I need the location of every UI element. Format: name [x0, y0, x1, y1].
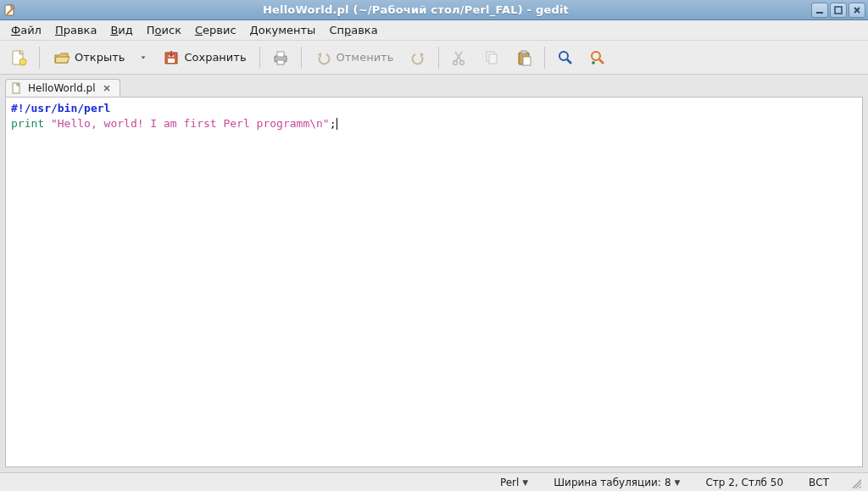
menu-search-mnemonic: о — [155, 24, 162, 36]
print-button[interactable] — [267, 45, 294, 70]
status-tab-width-label: Ширина табуляции: — [554, 477, 661, 488]
app-icon — [3, 3, 17, 17]
save-label: Сохранить — [184, 51, 246, 64]
search-icon — [556, 48, 575, 67]
toolbar-separator — [301, 47, 302, 69]
open-label: Открыть — [75, 51, 125, 64]
undo-button[interactable]: Отменить — [309, 45, 400, 70]
menu-file-mnemonic: Ф — [11, 24, 20, 36]
status-tab-width-selector[interactable]: Ширина табуляции: 8 ▼ — [548, 477, 685, 488]
status-bar: Perl ▼ Ширина табуляции: 8 ▼ Стр 2, Стлб… — [0, 472, 868, 491]
status-cursor-position: Стр 2, Стлб 50 — [700, 477, 788, 488]
redo-button[interactable] — [404, 45, 431, 70]
close-button[interactable] — [849, 3, 865, 18]
title-bar: HelloWorld.pl (~/Рабочий стол/Perl_FAL) … — [0, 0, 868, 20]
maximize-button[interactable] — [830, 3, 847, 18]
cut-button[interactable] — [446, 45, 473, 70]
svg-rect-16 — [523, 57, 531, 65]
copy-button[interactable] — [478, 45, 505, 70]
document-icon — [11, 82, 23, 94]
toolbar-separator — [438, 47, 439, 69]
toolbar-separator — [259, 47, 260, 69]
find-button[interactable] — [552, 45, 579, 70]
chevron-down-icon: ▼ — [522, 478, 528, 487]
code-keyword: print — [11, 117, 44, 130]
svg-rect-9 — [277, 60, 284, 64]
status-tab-width-value: 8 — [665, 477, 671, 488]
open-dropdown-button[interactable] — [136, 45, 151, 70]
svg-point-4 — [19, 59, 26, 65]
menu-documents-mnemonic: Д — [250, 24, 259, 36]
menu-documents[interactable]: Документы — [244, 22, 322, 38]
status-language-selector[interactable]: Perl ▼ — [495, 477, 533, 488]
status-insert-mode: ВСТ — [804, 477, 834, 488]
toolbar-separator — [39, 47, 40, 69]
status-language-label: Perl — [500, 477, 519, 488]
chevron-down-icon — [140, 54, 147, 61]
menu-edit-mnemonic: П — [55, 24, 64, 36]
menu-file[interactable]: Файл — [5, 22, 47, 38]
menu-tools[interactable]: Сервис — [189, 22, 242, 38]
new-file-icon — [9, 48, 28, 67]
save-icon — [162, 48, 181, 67]
text-cursor — [337, 118, 337, 130]
svg-point-11 — [460, 60, 465, 64]
undo-icon — [314, 48, 333, 67]
menu-view-mnemonic: В — [110, 24, 118, 36]
window-title: HelloWorld.pl (~/Рабочий стол/Perl_FAL) … — [20, 3, 811, 16]
editor-container: #!/usr/bin/perl print "Hello, world! I a… — [0, 97, 868, 472]
find-replace-icon — [588, 48, 607, 67]
svg-rect-13 — [489, 54, 497, 64]
text-editor[interactable]: #!/usr/bin/perl print "Hello, world! I a… — [5, 97, 863, 467]
resize-grip[interactable] — [849, 477, 861, 488]
undo-label: Отменить — [337, 51, 394, 64]
paste-button[interactable] — [510, 45, 537, 70]
window-controls — [811, 3, 865, 18]
open-button[interactable]: Открыть — [47, 45, 131, 70]
menu-view[interactable]: Вид — [104, 22, 138, 38]
svg-point-17 — [559, 52, 568, 60]
print-icon — [271, 48, 290, 67]
menu-help[interactable]: Справка — [323, 22, 383, 38]
tab-label: HelloWorld.pl — [28, 82, 96, 94]
minimize-button[interactable] — [811, 3, 828, 18]
menu-search[interactable]: Поиск — [141, 22, 187, 38]
paste-icon — [515, 48, 533, 67]
menu-bar: Файл Правка Вид Поиск Сервис Документы С… — [0, 20, 868, 41]
copy-icon — [482, 48, 501, 67]
toolbar-separator — [544, 47, 545, 69]
tab-close-button[interactable] — [101, 82, 113, 94]
cut-icon — [450, 48, 469, 67]
code-string: "Hello, world! I am first Perl programm\… — [51, 117, 330, 130]
tab-bar: HelloWorld.pl — [0, 75, 868, 97]
save-button[interactable]: Сохранить — [156, 45, 252, 70]
svg-point-18 — [592, 52, 600, 60]
tab-helloworld[interactable]: HelloWorld.pl — [5, 79, 120, 97]
svg-rect-15 — [521, 51, 526, 53]
new-file-button[interactable] — [5, 45, 32, 70]
code-shebang: #!/usr/bin/perl — [11, 102, 110, 114]
svg-rect-8 — [277, 52, 284, 57]
redo-icon — [409, 48, 427, 67]
find-replace-button[interactable] — [584, 45, 611, 70]
toolbar: Открыть Сохранить Отменить — [0, 41, 868, 75]
svg-point-10 — [453, 60, 458, 64]
svg-rect-5 — [168, 59, 175, 63]
menu-tools-mnemonic: С — [195, 24, 203, 36]
open-icon — [53, 48, 71, 67]
menu-edit[interactable]: Правка — [49, 22, 103, 38]
svg-rect-2 — [835, 7, 842, 14]
chevron-down-icon: ▼ — [675, 478, 681, 487]
menu-help-mnemonic: р — [344, 24, 351, 36]
svg-rect-1 — [816, 12, 823, 14]
code-semicolon: ; — [330, 117, 337, 130]
